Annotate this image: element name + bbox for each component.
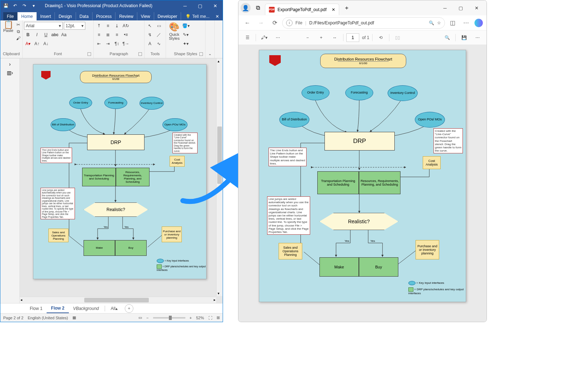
scroll-left-icon[interactable]: ◂ [20, 298, 22, 302]
indent-inc-button[interactable]: ⇥ [104, 40, 112, 48]
tab-review[interactable]: Review [115, 12, 137, 20]
contents-icon[interactable]: ☰ [242, 32, 253, 43]
font-name-select[interactable]: Arial▾ [24, 22, 63, 30]
ribbon-close-button[interactable]: ✕ [212, 13, 223, 20]
ribbon-collapse[interactable]: ⌃ [205, 20, 215, 58]
text-tool-icon[interactable]: A [146, 40, 154, 48]
more-tools-icon[interactable]: ⋯ [272, 32, 283, 43]
refresh-button[interactable]: ⟳ [269, 17, 281, 29]
rect-tool-icon[interactable]: ▭ [155, 22, 163, 30]
tab-design[interactable]: Design [55, 12, 76, 20]
tell-me[interactable]: 💡Tell me... [183, 13, 212, 20]
pointer-tool-icon[interactable]: ↖ [146, 22, 154, 30]
page-number-input[interactable] [346, 33, 359, 42]
orientation-button[interactable]: A↻ [122, 22, 130, 30]
connector-tool-icon[interactable]: ↯ [146, 31, 154, 39]
maximize-button[interactable]: ▢ [194, 1, 206, 10]
rotate-icon[interactable]: ⟲ [375, 32, 386, 43]
close-button[interactable]: ✕ [209, 1, 221, 10]
quick-styles-button[interactable]: 🎨 Quick Styles [167, 21, 181, 41]
rtl-button[interactable]: ¶→ [122, 40, 130, 48]
back-button[interactable]: ← [241, 17, 253, 29]
zoom-icon[interactable]: 🔍 [429, 20, 434, 25]
zoom-out-button[interactable]: − [146, 316, 148, 320]
add-page-button[interactable]: ＋ [125, 304, 133, 313]
strike-button[interactable]: abc [51, 31, 59, 39]
redo-icon[interactable]: ↷ [20, 2, 28, 10]
align-mid-button[interactable]: ≡ [104, 22, 112, 30]
slider-thumb[interactable] [169, 316, 172, 320]
qat-dropdown-icon[interactable]: ▾ [30, 2, 38, 10]
zoom-slider[interactable] [153, 317, 185, 319]
address-bar[interactable]: i File | D:/Files/ExportPageToPdf_out.pd… [282, 17, 445, 29]
presentation-mode-icon[interactable]: ▭ [138, 315, 142, 320]
scrollbar-horizontal[interactable]: ◂ ▸ [20, 297, 216, 303]
page-tab-flow1[interactable]: Flow 1 [25, 304, 47, 313]
menu-button[interactable]: ⋯ [460, 17, 472, 29]
page-tab-vbackground[interactable]: VBackground [69, 304, 103, 313]
scroll-up-icon[interactable]: ▴ [218, 59, 219, 63]
profile-icon[interactable]: 👤 [241, 3, 251, 13]
stencil-icon[interactable]: ▥› [7, 70, 13, 76]
scroll-down-icon[interactable]: ▾ [218, 291, 219, 295]
align-bot-button[interactable]: ⤓ [113, 22, 121, 30]
freeform-tool-icon[interactable]: ∿ [155, 40, 163, 48]
italic-button[interactable]: I [33, 31, 41, 39]
grow-font-button[interactable]: A↑ [33, 40, 41, 48]
tab-file[interactable]: File [3, 12, 18, 20]
macro-record-icon[interactable]: ▦ [72, 315, 76, 320]
minimize-button[interactable]: ─ [437, 2, 453, 14]
pdf-more-icon[interactable]: ⋯ [472, 32, 483, 43]
page-tab-all[interactable]: All ▴ [106, 304, 122, 313]
site-info-icon[interactable]: i [286, 20, 293, 26]
save-icon[interactable]: 💾 [2, 2, 10, 10]
highlight-icon[interactable]: 🖍▾ [259, 32, 270, 43]
align-right-button[interactable]: ≡ [113, 31, 121, 39]
zoom-in-button[interactable]: + [316, 32, 327, 43]
tab-data[interactable]: Data [76, 12, 93, 20]
workspaces-icon[interactable]: ⧉ [253, 3, 263, 13]
canvas-scroll[interactable]: Distribution Resources Flowchart 6/1/00 [20, 58, 223, 303]
new-tab-button[interactable]: ＋ [341, 3, 352, 13]
zoom-out-button[interactable]: − [302, 32, 313, 43]
cut-icon[interactable]: ✂ [15, 22, 21, 28]
save-icon[interactable]: 💾 [459, 32, 469, 43]
page-tab-flow2[interactable]: Flow 2 [47, 304, 68, 313]
align-top-button[interactable]: ⤒ [95, 22, 103, 30]
tab-view[interactable]: View [137, 12, 154, 20]
tab-home[interactable]: Home [18, 12, 37, 20]
copilot-icon[interactable] [474, 18, 484, 28]
status-language[interactable]: English (United States) [28, 316, 68, 320]
tab-insert[interactable]: Insert [37, 12, 55, 20]
zoom-level[interactable]: 52% [196, 316, 204, 320]
pan-zoom-icon[interactable]: ⊞ [217, 315, 220, 320]
scroll-thumb[interactable] [84, 298, 149, 302]
scroll-right-icon[interactable]: ▸ [214, 298, 215, 302]
scrollbar-vertical[interactable]: ▴ ▾ [216, 58, 223, 296]
dialog-launcher-icon[interactable] [199, 52, 203, 56]
scroll-thumb[interactable] [217, 126, 222, 184]
align-center-button[interactable]: ≣ [104, 31, 112, 39]
tab-process[interactable]: Process [93, 12, 115, 20]
underline-button[interactable]: U [42, 31, 50, 39]
favorite-icon[interactable]: ☆ [437, 20, 441, 25]
fill-button[interactable]: 🪣▾ [182, 22, 190, 30]
align-left-button[interactable]: ≡ [95, 31, 103, 39]
zoom-in-button[interactable]: + [190, 316, 192, 320]
para-spacing-button[interactable]: ¶↕ [113, 40, 121, 48]
browser-tab[interactable]: PDF ExportPageToPdf_out.pdf ✕ [265, 4, 339, 15]
pdf-viewport[interactable]: Distribution Resources Flowchart 6/1/00 [238, 45, 487, 322]
visio-drawing-page[interactable]: Distribution Resources Flowchart 6/1/00 [33, 64, 207, 279]
copy-icon[interactable]: ⧉ [15, 29, 21, 34]
minimize-button[interactable]: ─ [179, 1, 191, 10]
line-tool-icon[interactable]: ／ [155, 31, 163, 39]
font-size-select[interactable]: 12pt.▾ [64, 22, 85, 30]
format-painter-icon[interactable]: 🖌 [15, 35, 21, 41]
bold-button[interactable]: B [24, 31, 32, 39]
paste-button[interactable]: 📋 Paste [2, 21, 15, 33]
fit-width-icon[interactable]: ↔ [329, 32, 340, 43]
bullets-button[interactable]: •≡ [122, 31, 130, 39]
undo-icon[interactable]: ↶ [11, 2, 19, 10]
font-color-button[interactable]: A▾ [24, 40, 32, 48]
find-icon[interactable]: 🔍 [442, 32, 452, 43]
